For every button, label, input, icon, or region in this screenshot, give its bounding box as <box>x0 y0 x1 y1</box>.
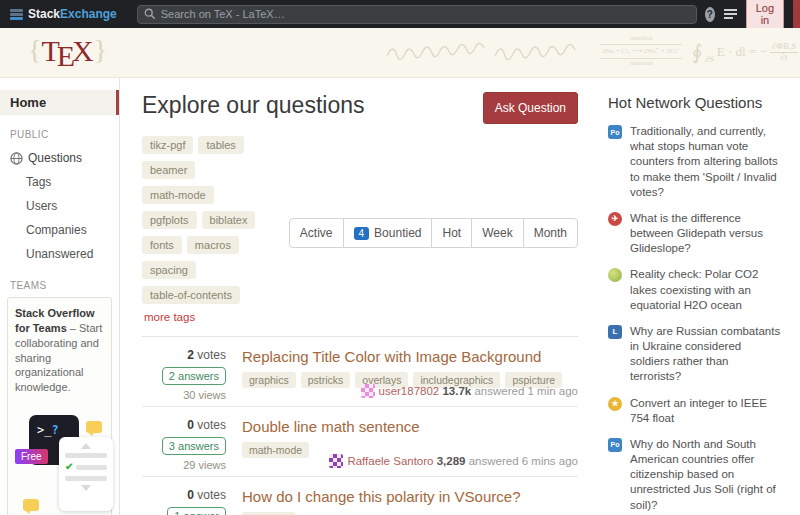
question-row: 0 votes 3 answers 29 views Double line m… <box>142 407 578 477</box>
user-link[interactable]: Raffaele Santoro <box>347 455 433 467</box>
ask-question-button[interactable]: Ask Question <box>483 92 578 124</box>
chat-bubble-icon <box>86 421 102 433</box>
elvish-script-decoration <box>385 38 585 68</box>
views-count: 30 views <box>142 389 226 401</box>
search-icon <box>144 8 156 20</box>
tag-pill[interactable]: pstricks <box>301 372 351 388</box>
tag-pill[interactable]: beamer <box>142 161 195 179</box>
question-title-link[interactable]: Replacing Title Color with Image Backgro… <box>242 348 578 365</box>
hot-question-item[interactable]: ★ Convert an integer to IEEE 754 float <box>608 396 782 426</box>
filter-month[interactable]: Month <box>523 219 577 247</box>
sidebar-item-companies[interactable]: Companies <box>0 218 119 242</box>
globe-icon <box>10 152 23 165</box>
politics-site-icon: Po <box>608 438 622 452</box>
hot-question-link[interactable]: Why are Russian combatants in Ukraine co… <box>630 324 782 385</box>
free-badge: Free <box>15 449 48 464</box>
codegolf-site-icon: ★ <box>608 397 622 411</box>
maxwell-formula-decoration: ∮ ∂S E · dl = − ∂ΦB,S∂t <box>692 40 798 64</box>
user-reputation: 13.7k <box>442 385 471 397</box>
question-stats: 2 votes 2 answers 30 views <box>142 348 226 406</box>
question-row: 0 votes 1 answer 11 views How do I chang… <box>142 477 578 515</box>
hot-question-link[interactable]: What is the difference between Glidepath… <box>630 211 782 257</box>
tag-pill[interactable]: spacing <box>142 261 196 279</box>
checklist-card-icon: ✔ <box>59 437 113 511</box>
tag-pill[interactable]: math-mode <box>242 442 309 458</box>
question-stats: 0 votes 1 answer 11 views <box>142 488 226 515</box>
page-title: Explore our questions <box>142 92 364 119</box>
tag-pill[interactable]: macros <box>187 236 239 254</box>
tag-pill[interactable]: fonts <box>142 236 182 254</box>
question-stats: 0 votes 3 answers 29 views <box>142 418 226 476</box>
tag-pill[interactable]: graphics <box>242 372 296 388</box>
filter-bountied[interactable]: 4Bountied <box>343 219 432 247</box>
site-switcher-icon[interactable] <box>724 9 737 19</box>
worldbuilding-site-icon <box>608 268 622 282</box>
hot-question-item[interactable]: Po Why do North and South American count… <box>608 437 782 513</box>
hot-question-link[interactable]: Why do North and South American countrie… <box>630 437 782 513</box>
politics-site-icon: Po <box>608 125 622 139</box>
filter-week[interactable]: Week <box>471 219 522 247</box>
chemistry-formula-decoration: oxidation 2Na + Cl₂ ⟶ 2Na⁺ + 2Cl⁻ reduct… <box>600 34 682 68</box>
tag-pill[interactable]: tikz-pgf <box>142 136 193 154</box>
left-sidebar: Home PUBLIC Questions Tags Users Compani… <box>0 78 120 515</box>
filter-hot[interactable]: Hot <box>431 219 471 247</box>
question-filter-group: Active 4Bountied Hot Week Month <box>289 218 578 248</box>
question-row: 2 votes 2 answers 30 views Replacing Tit… <box>142 337 578 407</box>
question-title-link[interactable]: Double line math sentence <box>242 418 578 435</box>
sidebar-item-home[interactable]: Home <box>0 90 119 115</box>
search-bar[interactable] <box>137 5 697 24</box>
sidebar-item-tags[interactable]: Tags <box>0 170 119 194</box>
hot-question-item[interactable]: L Why are Russian combatants in Ukraine … <box>608 324 782 385</box>
aviation-site-icon: ✈ <box>608 212 622 226</box>
teams-illustration: >_? ✔ Free <box>15 403 104 515</box>
avatar <box>329 454 343 468</box>
question-title-link[interactable]: How do I change this polarity in VSource… <box>242 488 578 505</box>
top-bar: StackExchange ? Log in Sign up <box>0 0 800 28</box>
user-link[interactable]: user187802 <box>379 385 440 397</box>
sidebar-item-questions[interactable]: Questions <box>0 146 119 170</box>
hot-question-item[interactable]: Reality check: Polar CO2 lakes coexistin… <box>608 267 782 313</box>
answers-badge: 3 answers <box>162 437 226 455</box>
sidebar-item-label: Questions <box>28 151 82 165</box>
activity-timestamp: answered 1 min ago <box>474 385 578 397</box>
stackexchange-logo-text: StackExchange <box>28 7 117 21</box>
chat-bubble-icon <box>23 499 39 511</box>
hot-question-link[interactable]: Reality check: Polar CO2 lakes coexistin… <box>630 267 782 313</box>
views-count: 29 views <box>142 459 226 471</box>
answers-badge: 1 answer <box>167 507 226 515</box>
user-reputation: 3,289 <box>437 455 466 467</box>
check-icon: ✔ <box>65 462 73 472</box>
site-header: {TEX} oxidation 2Na + Cl₂ ⟶ 2Na⁺ + 2Cl⁻ … <box>0 28 800 78</box>
teams-promo-card: Stack Overflow for Teams – Start collabo… <box>7 297 112 515</box>
stackexchange-stack-icon <box>10 9 23 20</box>
hot-question-item[interactable]: Po Traditionally, and currently, what st… <box>608 124 782 200</box>
hot-question-item[interactable]: ✈ What is the difference between Glidepa… <box>608 211 782 257</box>
hot-question-link[interactable]: Convert an integer to IEEE 754 float <box>630 396 782 426</box>
hot-question-link[interactable]: Traditionally, and currently, what stops… <box>630 124 782 200</box>
more-tags-link[interactable]: more tags <box>144 311 195 323</box>
tag-pill[interactable]: table-of-contents <box>142 286 240 304</box>
main-content: Explore our questions Ask Question tikz-… <box>120 78 598 515</box>
sidebar-item-unanswered[interactable]: Unanswered <box>0 242 119 266</box>
tex-site-logo[interactable]: {TEX} <box>28 34 107 68</box>
activity-timestamp: answered 6 mins ago <box>469 455 578 467</box>
stackexchange-logo[interactable]: StackExchange <box>10 7 117 21</box>
sign-up-button[interactable]: Sign up <box>793 0 800 30</box>
filter-active[interactable]: Active <box>290 219 343 247</box>
law-site-icon: L <box>608 325 622 339</box>
tag-pill[interactable]: tables <box>198 136 243 154</box>
popular-tags: tikz-pgf tables beamer math-mode pgfplot… <box>142 136 277 330</box>
bounty-count-badge: 4 <box>354 227 370 240</box>
hot-network-questions-sidebar: Hot Network Questions Po Traditionally, … <box>598 78 800 515</box>
help-icon[interactable]: ? <box>705 7 715 22</box>
tag-pill[interactable]: biblatex <box>202 211 256 229</box>
tag-pill[interactable]: math-mode <box>142 186 214 204</box>
sidebar-item-users[interactable]: Users <box>0 194 119 218</box>
answers-badge: 2 answers <box>162 367 226 385</box>
search-input[interactable] <box>161 8 690 20</box>
tag-pill[interactable]: pgfplots <box>142 211 197 229</box>
log-in-button[interactable]: Log in <box>746 0 784 30</box>
sidebar-public-label: PUBLIC <box>10 129 119 140</box>
hot-network-questions-title: Hot Network Questions <box>608 94 782 111</box>
sidebar-teams-label: TEAMS <box>10 280 119 291</box>
